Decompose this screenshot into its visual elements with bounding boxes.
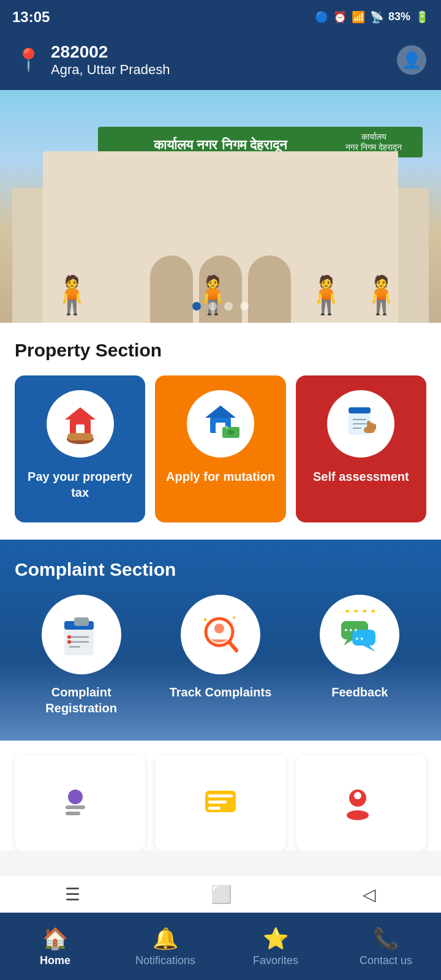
svg-rect-48 <box>208 801 227 804</box>
self-assessment-card[interactable]: Self assessment <box>296 375 426 522</box>
svg-text:★: ★ <box>344 610 352 615</box>
svg-rect-12 <box>349 407 371 413</box>
track-complaints-label: Track Complaints <box>170 684 272 700</box>
location-pin-icon: 📍 <box>15 47 42 73</box>
self-assessment-label: Self assessment <box>313 469 409 484</box>
preview-card-3-icon <box>342 785 379 821</box>
feedback-svg: ★ ★ ★ ★ ✦✦✦ ✦✦ <box>335 610 384 659</box>
person-figure-3: 🧍 <box>303 273 349 317</box>
user-profile-icon[interactable]: 👤 <box>397 45 426 75</box>
preview-card-1-icon <box>62 785 99 821</box>
track-complaints-svg: ✦ ✦ <box>196 610 245 659</box>
contact-nav-icon: 📞 <box>373 926 399 951</box>
svg-marker-36 <box>363 646 375 652</box>
apply-mutation-card[interactable]: ₹ Apply for mutation <box>155 375 285 522</box>
preview-card-2-icon <box>202 785 239 821</box>
svg-rect-2 <box>76 424 85 434</box>
favorites-nav-label: Favorites <box>253 954 298 967</box>
property-section-title: Property Section <box>15 340 426 361</box>
complaint-section-title: Complaint Section <box>15 559 426 580</box>
property-cards-container: Pay your property tax ₹ Apply for mutati… <box>15 375 426 522</box>
svg-point-27 <box>67 640 71 644</box>
svg-marker-34 <box>344 639 353 646</box>
alarm-icon: ⏰ <box>333 10 347 24</box>
complaint-reg-svg <box>57 610 106 659</box>
feedback-icon: ★ ★ ★ ★ ✦✦✦ ✦✦ <box>320 595 399 674</box>
status-icons: 🔵 ⏰ 📶 📡 83% 🔋 <box>315 10 429 24</box>
complaint-registration-card[interactable]: Complaint Registration <box>15 595 148 716</box>
android-home-button[interactable]: ⬜ <box>211 884 232 905</box>
track-complaints-card[interactable]: ✦ ✦ Track Complaints <box>154 595 287 700</box>
svg-text:★: ★ <box>352 610 360 615</box>
carousel-dot-1[interactable] <box>192 302 201 311</box>
notifications-nav-label: Notifications <box>135 954 195 967</box>
status-bar: 13:05 🔵 ⏰ 📶 📡 83% 🔋 <box>0 0 441 34</box>
battery-icon: 🔋 <box>415 10 429 24</box>
svg-rect-44 <box>66 805 85 809</box>
bluetooth-icon: 🔵 <box>315 10 328 24</box>
preview-card-3[interactable] <box>296 755 426 851</box>
svg-point-9 <box>228 430 234 435</box>
svg-rect-19 <box>373 424 376 430</box>
carousel-dot-4[interactable] <box>240 302 249 311</box>
svg-line-30 <box>229 642 236 650</box>
person-figure-4: 🧍 <box>358 273 404 317</box>
battery-text: 83% <box>388 10 410 23</box>
apply-mutation-icon: ₹ <box>187 390 254 458</box>
svg-text:✦✦✦: ✦✦✦ <box>344 627 358 633</box>
svg-rect-47 <box>208 794 233 797</box>
preview-card-1[interactable] <box>15 755 145 851</box>
svg-point-51 <box>347 810 369 820</box>
assessment-svg <box>339 402 382 445</box>
svg-text:✦✦: ✦✦ <box>355 636 364 642</box>
arch-1 <box>150 255 193 323</box>
contact-nav-label: Contact us <box>360 954 412 967</box>
mutation-svg: ₹ <box>199 402 242 445</box>
svg-point-43 <box>68 790 83 804</box>
bottom-cards-preview <box>0 741 441 851</box>
home-nav-label: Home <box>40 954 70 967</box>
preview-card-2[interactable] <box>155 755 285 851</box>
hero-banner: कार्यालय नगर निगम देहरादून कार्यालयनगर न… <box>0 90 441 323</box>
android-menu-button[interactable]: ☰ <box>65 884 80 905</box>
home-nav-icon: 🏠 <box>42 926 68 951</box>
svg-marker-5 <box>205 405 236 418</box>
carousel-dot-3[interactable] <box>224 302 233 311</box>
person-figure-1: 🧍 <box>49 273 95 317</box>
carousel-dots <box>192 302 249 311</box>
property-section: Property Section Pay your property tax <box>0 323 441 540</box>
property-tax-svg <box>59 402 102 445</box>
svg-marker-0 <box>65 407 96 420</box>
bottom-navigation: 🏠 Home 🔔 Notifications ⭐ Favorites 📞 Con… <box>0 913 441 980</box>
feedback-card[interactable]: ★ ★ ★ ★ ✦✦✦ ✦✦ Feedback <box>293 595 426 700</box>
signal-icon: 📡 <box>370 10 383 24</box>
svg-rect-45 <box>66 812 80 815</box>
nav-favorites[interactable]: ⭐ Favorites <box>221 913 331 980</box>
city: Agra, Uttar Pradesh <box>51 62 170 78</box>
svg-rect-4 <box>67 433 93 440</box>
nav-notifications[interactable]: 🔔 Notifications <box>110 913 221 980</box>
svg-text:★: ★ <box>369 610 377 615</box>
carousel-dot-2[interactable] <box>208 302 217 311</box>
status-time: 13:05 <box>12 9 50 26</box>
pay-property-tax-label: Pay your property tax <box>23 469 137 500</box>
nav-contact-us[interactable]: 📞 Contact us <box>331 913 441 980</box>
svg-text:✦: ✦ <box>232 614 236 621</box>
pay-property-tax-icon <box>47 390 114 458</box>
arch-3 <box>248 255 291 323</box>
track-complaints-icon: ✦ ✦ <box>181 595 260 674</box>
location-header: 📍 282002 Agra, Uttar Pradesh 👤 <box>0 34 441 90</box>
android-back-button[interactable]: ◁ <box>363 884 376 905</box>
complaint-registration-icon <box>42 595 121 674</box>
svg-point-26 <box>67 635 71 639</box>
svg-rect-49 <box>208 807 221 810</box>
pay-property-tax-card[interactable]: Pay your property tax <box>15 375 145 522</box>
nav-home[interactable]: 🏠 Home <box>0 913 110 980</box>
complaint-registration-label: Complaint Registration <box>15 684 148 716</box>
favorites-nav-icon: ⭐ <box>263 926 288 951</box>
feedback-label: Feedback <box>331 684 388 700</box>
svg-text:★: ★ <box>361 610 369 615</box>
svg-text:✦: ✦ <box>202 616 208 624</box>
pincode: 282002 <box>51 42 170 62</box>
wifi-icon: 📶 <box>352 10 365 24</box>
